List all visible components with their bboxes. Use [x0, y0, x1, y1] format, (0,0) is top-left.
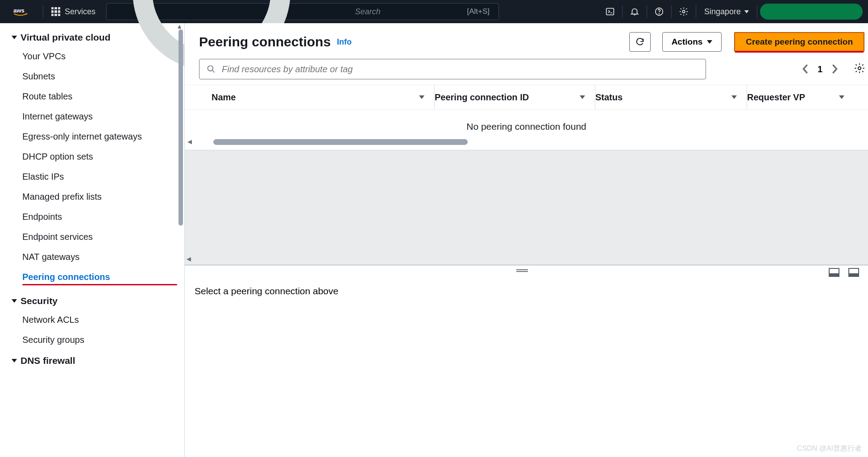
sort-caret-icon [419, 95, 424, 99]
help-icon [654, 7, 664, 16]
services-menu-button[interactable]: Services [43, 7, 104, 16]
sidebar-item-label: Your VPCs [22, 51, 66, 61]
sidebar-item-label: DHCP option sets [22, 152, 93, 161]
bell-icon [630, 7, 640, 16]
split-spacer-panel: ◀ [185, 150, 868, 265]
help-button[interactable] [647, 0, 671, 23]
drag-handle-icon [516, 269, 528, 270]
sidebar-item-route-tables[interactable]: Route tables [0, 86, 184, 107]
column-header-requester-vp[interactable]: Requester VP [747, 85, 854, 109]
create-button-label: Create peering connection [746, 37, 853, 47]
svg-point-8 [682, 10, 685, 13]
column-label: Name [212, 92, 236, 103]
sidebar-section-title: Security [21, 296, 58, 306]
empty-state-message: No peering connection found [185, 110, 868, 137]
chevron-right-icon [832, 64, 838, 74]
scrollbar-thumb[interactable] [213, 139, 468, 145]
svg-line-10 [212, 70, 215, 73]
refresh-button[interactable] [629, 32, 651, 52]
page-next-button[interactable] [830, 64, 840, 74]
sidebar: ▲ Virtual private cloudYour VPCsSubnetsR… [0, 23, 185, 457]
sidebar-section-title: Virtual private cloud [21, 32, 111, 43]
sidebar-item-network-acls[interactable]: Network ACLs [0, 310, 184, 330]
column-header-peering-connection-id[interactable]: Peering connection ID [435, 85, 595, 109]
table-header-row: NamePeering connection IDStatusRequester… [185, 85, 868, 110]
create-peering-connection-button[interactable]: Create peering connection [734, 32, 864, 52]
global-search[interactable]: [Alt+S] [106, 3, 499, 20]
sidebar-item-peering-connections[interactable]: Peering connections [0, 267, 184, 290]
panel-layout-bottom-icon[interactable] [829, 268, 839, 277]
cloudshell-icon [605, 7, 615, 16]
column-label: Peering connection ID [435, 92, 529, 103]
sidebar-item-dhcp-option-sets[interactable]: DHCP option sets [0, 147, 184, 167]
cloudshell-button[interactable] [598, 0, 622, 23]
page-number: 1 [818, 64, 822, 74]
watermark: CSDN @AI普惠行者 [797, 444, 862, 453]
page-prev-button[interactable] [800, 64, 810, 74]
table-preferences-button[interactable] [854, 62, 865, 76]
info-link[interactable]: Info [337, 37, 352, 47]
notifications-button[interactable] [623, 0, 647, 23]
actions-dropdown[interactable]: Actions [662, 32, 722, 52]
sidebar-item-label: Peering connections [22, 272, 110, 282]
svg-point-9 [208, 66, 213, 71]
column-header-name[interactable]: Name [212, 85, 435, 109]
sidebar-item-endpoints[interactable]: Endpoints [0, 207, 184, 227]
sidebar-item-label: Subnets [22, 71, 55, 81]
column-label: Status [595, 92, 623, 103]
sidebar-item-label: Endpoints [22, 212, 62, 222]
sidebar-item-egress-only-internet-gateways[interactable]: Egress-only internet gateways [0, 127, 184, 147]
sidebar-item-label: Egress-only internet gateways [22, 132, 142, 141]
account-menu-button[interactable] [760, 4, 863, 20]
sidebar-item-your-vpcs[interactable]: Your VPCs [0, 46, 184, 66]
filter-row: 1 [185, 59, 868, 85]
pagination: 1 [800, 64, 840, 74]
sort-caret-icon [580, 95, 585, 99]
filter-input[interactable] [222, 64, 698, 74]
nav-divider [757, 5, 757, 18]
actions-label: Actions [672, 37, 703, 47]
svg-point-11 [858, 67, 861, 70]
split-drag-handle[interactable] [185, 265, 859, 276]
horizontal-scrollbar[interactable]: ◀ [185, 137, 868, 150]
sidebar-item-label: Internet gateways [22, 111, 93, 121]
sidebar-item-elastic-ips[interactable]: Elastic IPs [0, 167, 184, 187]
sidebar-item-label: Endpoint services [22, 232, 93, 242]
sort-caret-icon [731, 95, 737, 99]
top-nav: aws Services [Alt+S] Singapore [0, 0, 868, 23]
scroll-left-icon[interactable]: ◀ [187, 255, 191, 262]
chevron-left-icon [802, 64, 808, 74]
sidebar-item-subnets[interactable]: Subnets [0, 66, 184, 86]
sidebar-item-managed-prefix-lists[interactable]: Managed prefix lists [0, 187, 184, 207]
column-header-status[interactable]: Status [595, 85, 747, 109]
column-label: Requester VP [747, 92, 805, 103]
sidebar-item-nat-gateways[interactable]: NAT gateways [0, 247, 184, 267]
aws-logo[interactable]: aws [0, 7, 43, 16]
sidebar-section-header[interactable]: Virtual private cloud [0, 29, 184, 46]
sidebar-item-internet-gateways[interactable]: Internet gateways [0, 107, 184, 127]
sidebar-item-endpoint-services[interactable]: Endpoint services [0, 227, 184, 247]
sidebar-scrollbar-thumb[interactable] [179, 29, 183, 226]
global-search-input[interactable] [355, 7, 459, 16]
filter-input-wrapper[interactable] [199, 59, 706, 79]
region-selector[interactable]: Singapore [696, 7, 757, 16]
chevron-down-icon [707, 40, 712, 44]
sidebar-section-header[interactable]: DNS firewall [0, 352, 184, 370]
sidebar-section-header[interactable]: Security [0, 292, 184, 310]
panel-layout-side-icon[interactable] [848, 268, 859, 277]
sidebar-item-security-groups[interactable]: Security groups [0, 330, 184, 350]
region-label: Singapore [704, 7, 741, 16]
sidebar-item-label: Managed prefix lists [22, 192, 102, 202]
scroll-left-icon[interactable]: ◀ [187, 138, 192, 145]
gear-icon [679, 7, 689, 16]
caret-down-icon [12, 299, 17, 303]
sort-caret-icon [839, 95, 844, 99]
page-title: Peering connections [199, 34, 331, 49]
sidebar-collapse-icon[interactable]: ▲ [176, 23, 183, 30]
search-shortcut-hint: [Alt+S] [464, 7, 492, 16]
panel-layout-controls [829, 268, 859, 277]
sidebar-item-label: Route tables [22, 91, 72, 101]
settings-button[interactable] [672, 0, 696, 23]
sidebar-section-title: DNS firewall [21, 355, 75, 366]
highlight-underline [735, 51, 864, 53]
